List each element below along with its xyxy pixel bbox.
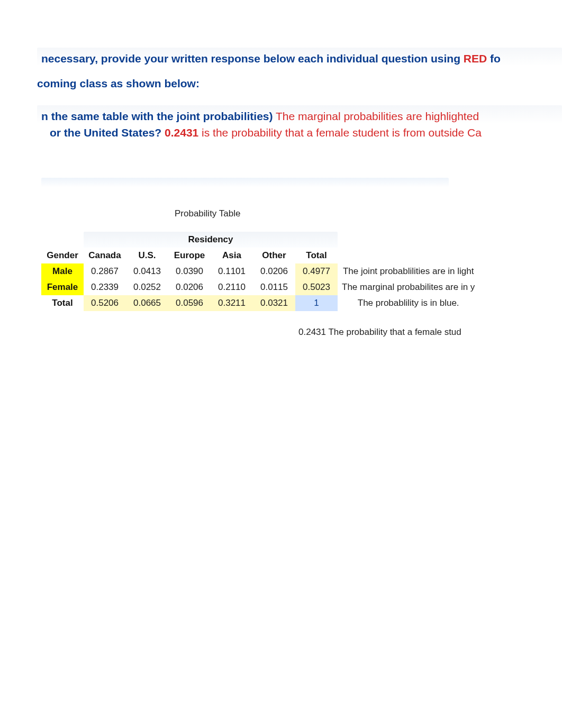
separator-bar xyxy=(41,178,449,187)
table-row: Male 0.2867 0.0413 0.0390 0.1101 0.0206 … xyxy=(41,263,479,279)
cell-marginal: 0.0321 xyxy=(253,295,295,311)
col-header-asia: Asia xyxy=(211,248,253,263)
row-label-total: Total xyxy=(41,295,84,311)
col-header-canada: Canada xyxy=(84,248,126,263)
table-row: Female 0.2339 0.0252 0.0206 0.2110 0.011… xyxy=(41,279,479,295)
text-fragment: n the same table with the joint probabil… xyxy=(41,110,273,122)
text-fragment: or the United States? xyxy=(50,126,165,139)
table-caption: Probability Table xyxy=(175,208,562,219)
instruction-line-2: coming class as shown below: xyxy=(37,76,562,91)
answer-line-1: n the same table with the joint probabil… xyxy=(37,105,562,126)
gender-header: Gender xyxy=(41,248,84,263)
cell-value: 0.0413 xyxy=(126,263,168,279)
cell-value: 0.1101 xyxy=(211,263,253,279)
cell-value: 0.0206 xyxy=(253,263,295,279)
empty-cell xyxy=(41,232,84,248)
text-fragment: coming class as shown below: xyxy=(37,77,200,89)
answer-line-2: or the United States? 0.2431 is the prob… xyxy=(37,125,562,140)
document-page: necessary, provide your written response… xyxy=(0,0,562,338)
row-note: The marginal probabilites are in y xyxy=(338,279,479,295)
row-note: The joint probablilities are in light xyxy=(338,263,479,279)
cell-marginal: 0.0596 xyxy=(168,295,211,311)
cell-value: 0.0390 xyxy=(168,263,211,279)
col-header-europe: Europe xyxy=(168,248,211,263)
cell-marginal: 0.3211 xyxy=(211,295,253,311)
cell-marginal: 0.4977 xyxy=(295,263,338,279)
cell-value: 0.0206 xyxy=(168,279,211,295)
text-fragment: fo xyxy=(487,52,501,65)
col-header-other: Other xyxy=(253,248,295,263)
empty-cell xyxy=(338,248,479,263)
col-header-us: U.S. xyxy=(126,248,168,263)
red-word: RED xyxy=(464,52,487,65)
table-row: Residency xyxy=(41,232,479,248)
cell-value: 0.2339 xyxy=(84,279,126,295)
row-label-female: Female xyxy=(41,279,84,295)
cell-marginal: 0.5206 xyxy=(84,295,126,311)
table-row: Total 0.5206 0.0665 0.0596 0.3211 0.0321… xyxy=(41,295,479,311)
cell-marginal: 0.5023 xyxy=(295,279,338,295)
cell-grand-total: 1 xyxy=(295,295,338,311)
col-header-total: Total xyxy=(295,248,338,263)
instruction-line-1: necessary, provide your written response… xyxy=(37,48,562,68)
row-label-male: Male xyxy=(41,263,84,279)
cell-marginal: 0.0665 xyxy=(126,295,168,311)
probability-table-wrap: Residency Gender Canada U.S. Europe Asia… xyxy=(41,232,562,311)
cell-value: 0.2867 xyxy=(84,263,126,279)
cell-value: 0.0252 xyxy=(126,279,168,295)
text-fragment: necessary, provide your written response… xyxy=(41,52,464,65)
cell-value: 0.2110 xyxy=(211,279,253,295)
red-response: is the probability that a female student… xyxy=(198,126,482,139)
table-row: Gender Canada U.S. Europe Asia Other Tot… xyxy=(41,248,479,263)
cell-value: 0.0115 xyxy=(253,279,295,295)
probability-value: 0.2431 xyxy=(298,327,326,337)
residency-header: Residency xyxy=(84,232,338,248)
below-table-note: 0.2431 The probability that a female stu… xyxy=(298,327,562,338)
empty-cell xyxy=(338,232,479,248)
probability-table: Residency Gender Canada U.S. Europe Asia… xyxy=(41,232,479,311)
red-value: 0.2431 xyxy=(165,126,198,139)
row-note: The probablility is in blue. xyxy=(338,295,479,311)
text-fragment: The probability that a female stud xyxy=(326,327,461,337)
red-response: The marginal probabilities are highlight… xyxy=(273,110,479,122)
